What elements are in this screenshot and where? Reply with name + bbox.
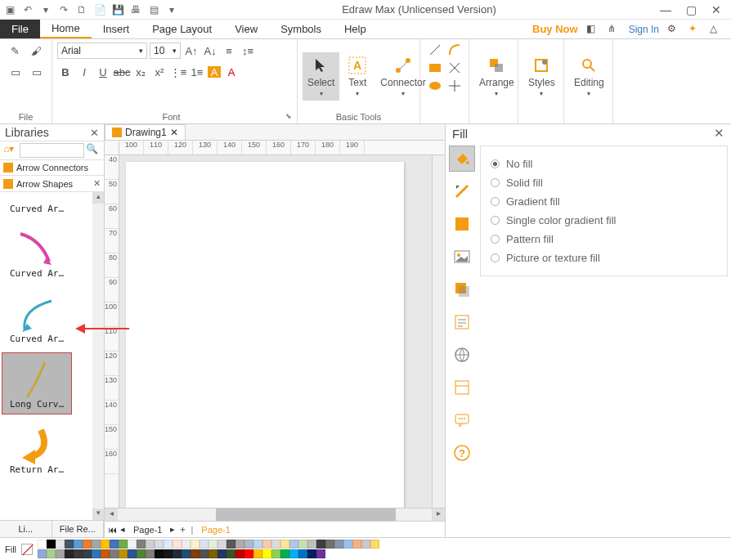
color-swatch[interactable] [298,549,307,558]
fill-tab-bucket[interactable] [449,146,475,172]
scroll-left-icon[interactable]: ◂ [105,508,118,521]
color-swatch[interactable] [262,549,271,558]
color-swatch[interactable] [74,549,83,558]
arrange-button[interactable]: Arrange▾ [474,52,519,101]
color-swatch[interactable] [56,549,65,558]
arc-icon[interactable] [447,43,462,57]
buy-now-link[interactable]: Buy Now [532,23,578,35]
color-swatch[interactable] [325,540,334,549]
color-swatch[interactable] [209,540,218,549]
color-swatch[interactable] [110,549,119,558]
color-swatch[interactable] [235,549,244,558]
color-swatch[interactable] [110,540,119,549]
color-swatch[interactable] [47,540,56,549]
color-swatch[interactable] [280,540,289,549]
fill-tab-comment[interactable] [449,407,475,433]
color-swatch[interactable] [200,540,209,549]
share-icon[interactable]: ⋔ [608,23,621,36]
color-swatch[interactable] [83,540,92,549]
fill-close-icon[interactable]: ✕ [714,126,724,141]
library-scrollbar[interactable]: ▴▾ [92,192,104,520]
scroll-thumb[interactable] [216,508,396,521]
fill-tab-picture[interactable] [449,244,475,270]
tab-symbols[interactable]: Symbols [269,20,333,38]
library-tab-file-re[interactable]: File Re... [52,521,105,537]
undo-icon[interactable]: ↶ [21,3,34,16]
color-swatch[interactable] [289,549,298,558]
color-palette[interactable] [38,540,381,559]
font-color-icon[interactable]: A [223,64,240,80]
page-nav-first-icon[interactable]: ⏮ [108,525,117,535]
page-surface[interactable] [126,162,404,508]
styles-button[interactable]: Styles▾ [523,52,560,101]
tab-close-icon[interactable]: ✕ [170,127,178,138]
highlight-icon[interactable]: A [208,66,221,78]
save-icon[interactable]: 💾 [111,3,124,16]
color-swatch[interactable] [226,549,235,558]
color-swatch[interactable] [334,540,343,549]
color-swatch[interactable] [128,549,137,558]
format-painter-icon[interactable]: 🖌 [29,43,45,59]
color-swatch[interactable] [101,549,110,558]
new-file-icon[interactable]: 🗋 [75,3,88,16]
logo-icon[interactable]: ✦ [688,23,702,36]
tool1-icon[interactable]: ▭ [7,64,24,80]
drawing-canvas[interactable] [119,155,432,508]
fill-tab-shape[interactable] [449,211,475,237]
libraries-close-icon[interactable]: ✕ [90,127,99,139]
increase-font-icon[interactable]: A↑ [183,43,200,59]
color-swatch[interactable] [164,540,173,549]
color-swatch[interactable] [218,540,226,549]
fill-option-no-fill[interactable]: No fill [491,155,717,173]
tab-insert[interactable]: Insert [92,20,141,38]
horizontal-scrollbar[interactable]: ◂ ▸ [105,508,445,521]
close-button[interactable]: ✕ [711,3,721,16]
bullets-icon[interactable]: ⋮≡ [170,64,186,80]
color-swatch[interactable] [137,540,146,549]
color-swatch[interactable] [226,540,235,549]
align-icon[interactable]: ≡ [221,43,237,59]
tab-help[interactable]: Help [333,20,378,38]
library-category-arrow-connectors[interactable]: Arrow Connectors [0,160,104,176]
collapse-ribbon-icon[interactable]: △ [710,23,723,36]
add-page-icon[interactable]: ＋ [178,523,187,535]
tab-view[interactable]: View [223,20,269,38]
editing-button[interactable]: Editing▾ [569,52,609,101]
export-icon[interactable]: ▤ [147,3,160,16]
shape-curved-arrow-3[interactable]: Curved Ar… [2,287,72,349]
page-tab-2[interactable]: Page-1 [196,523,235,536]
fill-tab-web[interactable] [449,342,475,368]
library-tab-li[interactable]: Li... [0,521,52,537]
color-swatch[interactable] [370,540,379,549]
color-swatch[interactable] [173,549,182,558]
print-icon[interactable]: 🖶 [129,3,142,16]
color-swatch[interactable] [271,540,280,549]
color-swatch[interactable] [65,549,74,558]
sign-in-link[interactable]: Sign In [629,24,659,35]
color-swatch[interactable] [74,540,83,549]
cross-icon[interactable] [447,60,462,75]
page-nav-prev-icon[interactable]: ◂ [120,524,125,535]
color-swatch[interactable] [182,549,191,558]
gear-icon[interactable]: ⚙ [667,23,680,36]
color-swatch[interactable] [209,549,218,558]
share-box-icon[interactable]: ◧ [586,23,599,36]
color-swatch[interactable] [56,540,65,549]
color-swatch[interactable] [191,540,200,549]
color-swatch[interactable] [137,549,146,558]
color-swatch[interactable] [253,540,262,549]
color-swatch[interactable] [119,540,128,549]
fill-option-solid[interactable]: Solid fill [491,173,717,192]
color-swatch[interactable] [289,540,298,549]
color-swatch[interactable] [262,540,271,549]
color-swatch[interactable] [235,540,244,549]
color-swatch[interactable] [119,549,128,558]
color-swatch[interactable] [173,540,182,549]
page-tab-1[interactable]: Page-1 [128,523,167,536]
font-name-select[interactable]: Arial▾ [57,43,147,59]
color-swatch[interactable] [83,549,92,558]
superscript-icon[interactable]: x² [151,64,168,80]
color-swatch[interactable] [38,549,47,558]
category-close-icon[interactable]: ✕ [93,178,101,189]
color-swatch[interactable] [361,540,370,549]
